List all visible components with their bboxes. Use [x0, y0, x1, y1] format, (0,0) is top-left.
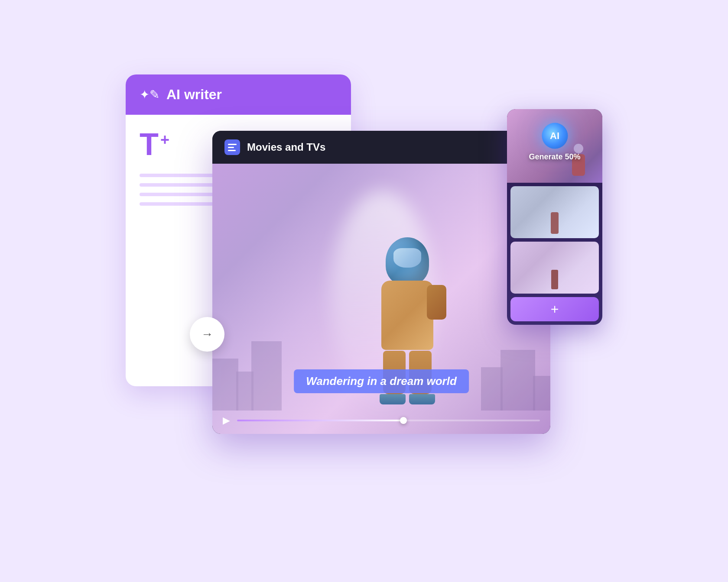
movies-icon-lines — [228, 144, 237, 151]
astronaut-visor — [393, 248, 421, 268]
building-2 — [236, 372, 254, 411]
progress-track[interactable] — [237, 420, 540, 421]
astronaut-foot-left — [380, 394, 406, 404]
astronaut-backpack — [427, 285, 446, 320]
play-button[interactable]: ▶ — [223, 415, 230, 426]
bot-figure — [551, 270, 558, 289]
ai-writer-icon: ✦✎ — [140, 87, 159, 102]
building-3 — [251, 341, 282, 411]
subtitle-text: Wandering in a dream world — [306, 375, 457, 388]
movies-icon-line-3 — [228, 150, 236, 151]
movies-icon-line-2 — [228, 147, 234, 148]
building-6 — [533, 376, 550, 411]
thumbnail-person-bot — [551, 270, 558, 289]
subtitle-bar: Wandering in a dream world — [294, 369, 469, 393]
movies-card: Movies and TVs — [212, 131, 550, 434]
arrow-button[interactable]: → — [190, 317, 224, 352]
t-letter: T — [140, 129, 159, 160]
movies-title: Movies and TVs — [247, 141, 325, 153]
building-1 — [212, 359, 238, 411]
thumbnail-person-mid — [551, 212, 559, 234]
t-plus-sign: + — [160, 132, 169, 148]
building-5 — [500, 350, 535, 411]
ai-thumbnail-mid — [510, 186, 599, 238]
progress-thumb[interactable] — [400, 417, 407, 424]
astronaut-foot-right — [409, 394, 435, 404]
plus-button[interactable]: + — [510, 297, 599, 321]
ai-writer-header: ✦✎ AI writer — [126, 74, 351, 115]
ai-thumbnail-top: AI Generate 50% — [507, 109, 602, 183]
ai-badge: AI Generate 50% — [529, 123, 580, 162]
scene: ✦✎ AI writer T + → — [126, 74, 602, 508]
video-area: Wandering in a dream world ▶ — [212, 164, 550, 434]
arrow-icon: → — [201, 327, 213, 341]
progress-bar-area[interactable]: ▶ — [223, 415, 540, 426]
building-4 — [481, 367, 503, 411]
movies-icon — [224, 139, 240, 155]
astronaut-helmet — [386, 237, 429, 285]
movies-icon-line-1 — [228, 144, 237, 145]
ai-orb-label: AI — [550, 130, 559, 142]
plus-icon: + — [551, 302, 559, 316]
ai-writer-title: AI writer — [166, 87, 222, 103]
progress-fill — [237, 420, 403, 421]
ai-panel: AI Generate 50% + — [507, 109, 602, 325]
astronaut-body — [381, 281, 433, 350]
mid-figure — [551, 212, 559, 234]
astronaut-feet — [364, 394, 451, 404]
movies-header: Movies and TVs — [212, 131, 550, 164]
ai-generate-text: Generate 50% — [529, 152, 580, 162]
ai-orb: AI — [542, 123, 568, 149]
ai-thumbnail-bot — [510, 242, 599, 294]
